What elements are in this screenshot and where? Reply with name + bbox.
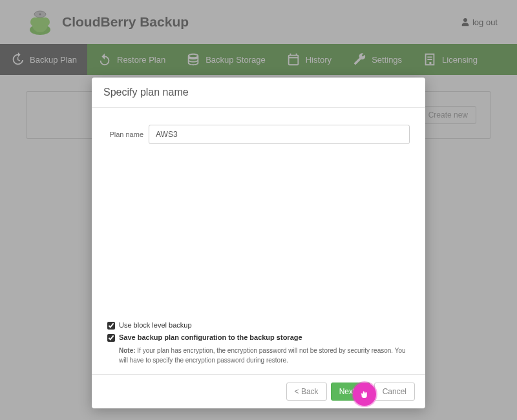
back-button[interactable]: < Back — [286, 383, 327, 401]
modal-overlay: Specify plan name Plan name Use block le… — [0, 0, 517, 420]
next-button[interactable]: Next > — [331, 383, 370, 401]
modal-body: Plan name — [92, 108, 425, 321]
save-config-checkbox[interactable] — [107, 334, 115, 342]
save-config-option[interactable]: Save backup plan configuration to the ba… — [107, 333, 410, 342]
specify-plan-name-modal: Specify plan name Plan name Use block le… — [92, 78, 425, 408]
use-block-level-option[interactable]: Use block level backup — [107, 321, 410, 330]
use-block-level-checkbox[interactable] — [107, 322, 115, 330]
modal-footer: < Back Next > Cancel — [92, 374, 425, 408]
save-config-note: Note: If your plan has encryption, the e… — [119, 346, 410, 365]
use-block-level-label: Use block level backup — [119, 321, 192, 329]
cancel-button[interactable]: Cancel — [374, 383, 415, 401]
save-config-label: Save backup plan configuration to the ba… — [119, 333, 302, 341]
note-prefix: Note: — [119, 347, 136, 354]
plan-name-label: Plan name — [107, 131, 143, 138]
plan-name-input[interactable] — [149, 125, 410, 144]
options-block: Use block level backup Save backup plan … — [92, 321, 425, 374]
plan-name-row: Plan name — [107, 125, 410, 144]
note-text: If your plan has encryption, the encrypt… — [119, 347, 406, 364]
modal-title: Specify plan name — [92, 78, 425, 108]
